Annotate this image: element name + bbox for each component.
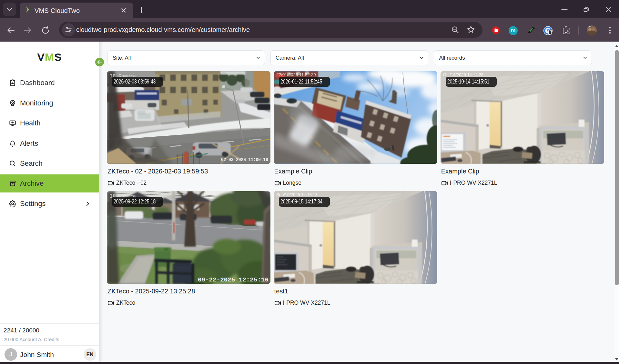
svg-text:02-03-2026 11:00:18: 02-03-2026 11:00:18	[221, 157, 268, 163]
svg-text:09-22-2025 12:25:16: 09-22-2025 12:25:16	[198, 276, 269, 283]
